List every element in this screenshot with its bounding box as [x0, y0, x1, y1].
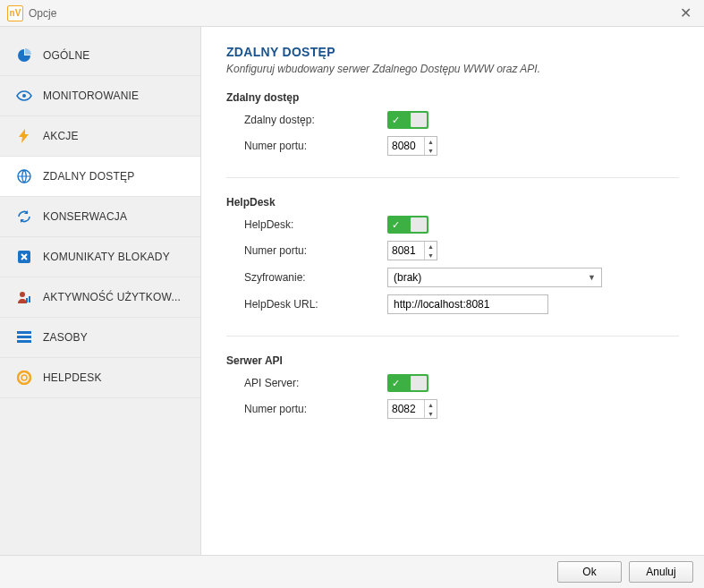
titlebar: nV Opcje ✕: [0, 0, 704, 27]
sidebar-item-label: KOMUNIKATY BLOKADY: [43, 251, 170, 263]
helpdesk-url-label: HelpDesk URL:: [244, 298, 387, 311]
select-value: (brak): [394, 271, 421, 284]
sidebar-item-remote-access[interactable]: ZDALNY DOSTĘP: [0, 157, 200, 197]
sidebar-item-label: AKTYWNOŚĆ UŻYTKOW...: [43, 291, 181, 303]
chevron-down-icon[interactable]: ▼: [425, 251, 437, 260]
page-title: ZDALNY DOSTĘP: [226, 45, 679, 59]
helpdesk-url-input[interactable]: [387, 294, 548, 314]
api-enable-toggle[interactable]: ✓: [387, 374, 428, 392]
close-icon[interactable]: ✕: [674, 3, 697, 23]
helpdesk-port-spinner[interactable]: ▲▼: [387, 241, 437, 260]
sidebar-item-user-activity[interactable]: AKTYWNOŚĆ UŻYTKOW...: [0, 277, 200, 318]
helpdesk-encryption-select[interactable]: (brak) ▼: [387, 268, 602, 287]
chevron-up-icon[interactable]: ▲: [425, 137, 437, 146]
sidebar-item-label: OGÓLNE: [43, 49, 90, 62]
svg-rect-8: [17, 340, 31, 343]
chevron-down-icon: ▼: [588, 273, 596, 282]
helpdesk-port-input[interactable]: [388, 243, 424, 259]
api-port-spinner[interactable]: ▲▼: [387, 399, 437, 419]
ok-button[interactable]: Ok: [557, 561, 622, 583]
sidebar-item-block-messages[interactable]: KOMUNIKATY BLOKADY: [0, 237, 200, 277]
sidebar-item-helpdesk[interactable]: HELPDESK: [0, 358, 200, 398]
section-helpdesk: HelpDesk HelpDesk: ✓ Numer portu: ▲▼: [226, 196, 679, 337]
svg-point-0: [22, 94, 26, 98]
api-enable-label: API Server:: [244, 377, 387, 389]
helpdesk-enable-label: HelpDesk:: [244, 218, 387, 231]
window-title: Opcje: [29, 7, 56, 20]
bolt-icon: [14, 129, 34, 143]
section-title: Serwer API: [226, 354, 679, 367]
sidebar-item-label: MONITOROWANIE: [43, 89, 139, 102]
section-remote-access: Zdalny dostęp Zdalny dostęp: ✓ Numer por…: [226, 91, 679, 178]
page-subtitle: Konfiguruj wbudowany serwer Zdalnego Dos…: [226, 63, 679, 75]
section-title: Zdalny dostęp: [226, 91, 679, 104]
remote-enable-label: Zdalny dostęp:: [244, 114, 387, 126]
svg-point-9: [18, 371, 30, 384]
sidebar-item-monitoring[interactable]: MONITOROWANIE: [0, 76, 200, 116]
chevron-down-icon[interactable]: ▼: [425, 146, 437, 155]
body: OGÓLNE MONITOROWANIE AKCJE ZDALNY DOSTĘP: [0, 27, 704, 555]
pie-icon: [14, 48, 34, 63]
content-panel: ZDALNY DOSTĘP Konfiguruj wbudowany serwe…: [201, 27, 704, 555]
sidebar-item-label: AKCJE: [43, 130, 79, 142]
remote-enable-toggle[interactable]: ✓: [387, 111, 428, 129]
sidebar-item-label: ZDALNY DOSTĘP: [43, 170, 134, 183]
svg-rect-7: [17, 336, 31, 338]
globe-icon: [14, 169, 34, 183]
sidebar-item-label: KONSERWACJA: [43, 210, 127, 223]
section-title: HelpDesk: [226, 196, 679, 209]
app-icon: nV: [7, 5, 23, 21]
sidebar: OGÓLNE MONITOROWANIE AKCJE ZDALNY DOSTĘP: [0, 27, 201, 555]
svg-rect-4: [26, 298, 28, 303]
user-icon: [14, 290, 34, 304]
list-icon: [14, 330, 34, 345]
options-window: nV Opcje ✕ OGÓLNE MONITOROWANIE: [0, 0, 704, 588]
svg-rect-6: [17, 331, 31, 334]
sidebar-item-general[interactable]: OGÓLNE: [0, 36, 200, 76]
svg-point-10: [21, 375, 27, 380]
helpdesk-port-label: Numer portu:: [244, 244, 387, 257]
sidebar-item-maintenance[interactable]: KONSERWACJA: [0, 197, 200, 237]
svg-rect-5: [29, 296, 30, 303]
remote-port-input[interactable]: [388, 138, 424, 154]
chevron-down-icon[interactable]: ▼: [425, 409, 437, 418]
chevron-up-icon[interactable]: ▲: [425, 242, 437, 251]
svg-point-3: [20, 292, 25, 297]
sidebar-item-label: ZASOBY: [43, 331, 88, 344]
api-port-input[interactable]: [388, 401, 424, 417]
block-icon: [14, 250, 34, 264]
sidebar-item-actions[interactable]: AKCJE: [0, 116, 200, 157]
api-port-label: Numer portu:: [244, 403, 387, 415]
footer: Ok Anuluj: [0, 555, 704, 588]
remote-port-label: Numer portu:: [244, 140, 387, 152]
helpdesk-enable-toggle[interactable]: ✓: [387, 216, 428, 234]
cancel-button[interactable]: Anuluj: [629, 561, 693, 583]
remote-port-spinner[interactable]: ▲▼: [387, 136, 437, 156]
lifebuoy-icon: [14, 371, 34, 385]
refresh-icon: [14, 209, 34, 224]
helpdesk-encryption-label: Szyfrowanie:: [244, 271, 387, 284]
eye-icon: [14, 89, 34, 103]
section-api-server: Serwer API API Server: ✓ Numer portu: ▲▼: [226, 354, 679, 440]
sidebar-item-resources[interactable]: ZASOBY: [0, 318, 200, 358]
sidebar-item-label: HELPDESK: [43, 371, 102, 384]
chevron-up-icon[interactable]: ▲: [425, 400, 437, 409]
